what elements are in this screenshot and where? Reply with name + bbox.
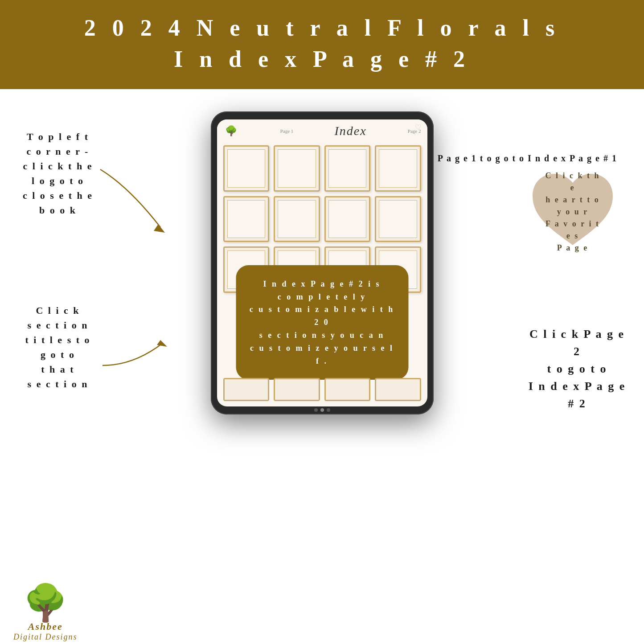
tablet-header: 🌳 Page 1 Index Page 2 ♡ bbox=[217, 119, 427, 141]
photo-frame-1[interactable] bbox=[223, 145, 270, 192]
photo-frame-8[interactable] bbox=[375, 196, 421, 242]
svg-marker-1 bbox=[157, 340, 167, 347]
tablet-overlay-box: I n d e x P a g e # 2 i s c o m p l e t … bbox=[236, 265, 408, 380]
header-line2: I n d e x P a g e # 2 bbox=[174, 46, 470, 72]
header-banner: 2 0 2 4 N e u t r a l F l o r a l s I n … bbox=[0, 0, 644, 89]
photo-frame-2[interactable] bbox=[274, 145, 320, 192]
page1-link[interactable]: Page 1 bbox=[280, 128, 294, 134]
tablet-frame: 🌳 Page 1 Index Page 2 ♡ bbox=[211, 111, 434, 414]
bottom-logo-tree-icon: 🌳 bbox=[23, 585, 68, 621]
bottom-logo-text: Ashbee Digital Designs bbox=[13, 621, 78, 642]
index-title: Index bbox=[334, 124, 366, 138]
annotation-click-section: C l i c k s e c t i o n t i t l e s t o … bbox=[13, 303, 103, 391]
heart-text: C l i c k t h e h e a r t t o y o u r F … bbox=[541, 170, 604, 254]
heart-button[interactable]: ♡ bbox=[415, 123, 421, 131]
photo-frame-bottom-3[interactable] bbox=[324, 378, 371, 401]
photo-frame-3[interactable] bbox=[324, 145, 371, 192]
tablet-mockup: 🌳 Page 1 Index Page 2 ♡ bbox=[211, 111, 434, 414]
photo-frame-bottom-4[interactable] bbox=[375, 378, 421, 401]
photo-frame-6[interactable] bbox=[274, 196, 320, 242]
photo-frame-7[interactable] bbox=[324, 196, 371, 242]
logo-tree-icon: 🌳 bbox=[225, 125, 237, 137]
tablet-dot-1 bbox=[314, 408, 318, 412]
photo-frame-5[interactable] bbox=[223, 196, 270, 242]
bottom-grid bbox=[223, 378, 421, 401]
photo-frame-bottom-2[interactable] bbox=[274, 378, 320, 401]
tablet-dots bbox=[314, 408, 330, 412]
tablet-screen: 🌳 Page 1 Index Page 2 ♡ bbox=[217, 119, 427, 406]
bottom-logo: 🌳 Ashbee Digital Designs bbox=[13, 585, 78, 642]
tablet-logo[interactable]: 🌳 bbox=[223, 123, 239, 139]
annotation-click-page2: C l i c k P a g e 2 t o g o t o I n d e … bbox=[528, 325, 626, 412]
header-line1: 2 0 2 4 N e u t r a l F l o r a l s bbox=[84, 15, 560, 41]
photo-frame-bottom-1[interactable] bbox=[223, 378, 270, 401]
tablet-dot-3 bbox=[327, 408, 330, 412]
tablet-dot-2 bbox=[320, 408, 324, 412]
svg-marker-0 bbox=[154, 224, 165, 233]
overlay-text: I n d e x P a g e # 2 i s c o m p l e t … bbox=[247, 278, 397, 368]
header-title: 2 0 2 4 N e u t r a l F l o r a l s I n … bbox=[18, 12, 626, 75]
annotation-top-left: T o p l e f t c o r n e r - c l i c k t … bbox=[18, 129, 98, 217]
heart-annotation: C l i c k t h e h e a r t t o y o u r F … bbox=[528, 169, 617, 254]
photo-frame-4[interactable] bbox=[375, 145, 421, 192]
tablet-nav: Page 1 bbox=[280, 128, 294, 134]
main-content: T o p l e f t c o r n e r - c l i c k t … bbox=[0, 89, 644, 644]
